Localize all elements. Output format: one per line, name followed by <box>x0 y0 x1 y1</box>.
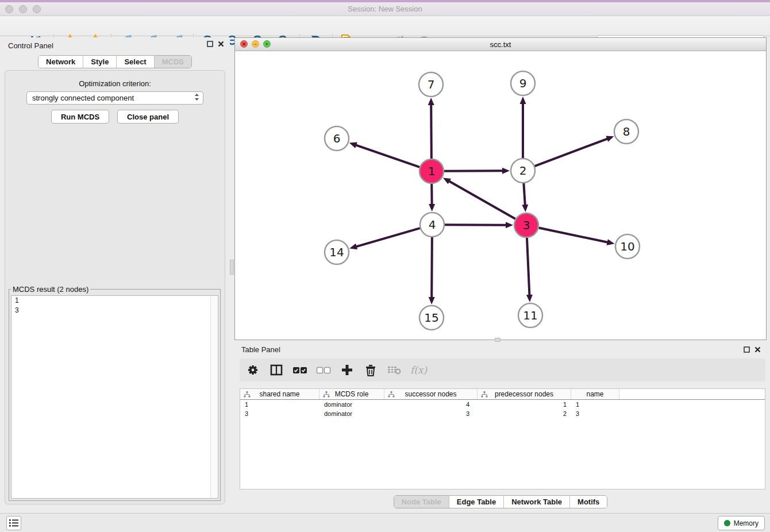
close-panel-icon[interactable] <box>754 346 761 353</box>
column-type-icon <box>244 391 251 398</box>
close-panel-button[interactable]: Close panel <box>117 110 179 124</box>
window-title: Session: New Session <box>0 5 770 13</box>
graph-edge-arrowhead <box>428 98 434 105</box>
horizontal-splitter-handle[interactable] <box>495 338 500 342</box>
result-item: 1 <box>11 296 218 306</box>
graph-edge-4-15[interactable] <box>432 237 432 298</box>
graph-node-label: 10 <box>620 240 634 253</box>
graph-edge-1-7[interactable] <box>431 104 432 159</box>
graph-edge-2-3[interactable] <box>523 183 525 206</box>
vertical-splitter-handle[interactable] <box>230 260 234 275</box>
criterion-value: strongly connected component <box>32 94 134 102</box>
close-panel-icon[interactable] <box>218 41 224 47</box>
graph-node-label: 14 <box>329 245 344 259</box>
task-history-button[interactable] <box>6 516 21 530</box>
table-settings-icon[interactable] <box>245 363 260 377</box>
tab-select[interactable]: Select <box>117 56 154 68</box>
tab-node-table[interactable]: Node Table <box>394 496 449 508</box>
tab-style[interactable]: Style <box>83 56 117 68</box>
node-table[interactable]: shared name MCDS role successor nodes pr… <box>240 388 765 489</box>
control-panel-title: Control Panel <box>8 41 53 50</box>
graph-edge-3-1[interactable] <box>449 181 515 219</box>
column-type-icon <box>323 391 330 398</box>
task-list-icon <box>9 519 18 527</box>
table-toolbar: f(x) <box>240 358 765 381</box>
graph-edge-arrowhead <box>349 142 357 148</box>
graph-edge-arrowhead <box>349 244 357 250</box>
control-panel: Control Panel Network Style Select MCDS … <box>0 37 230 511</box>
table-row[interactable]: 1 dominator 4 1 1 <box>240 400 765 409</box>
col-predecessor-nodes[interactable]: predecessor nodes <box>478 389 571 399</box>
show-columns-icon[interactable] <box>269 363 284 377</box>
network-view-title: scc.txt <box>235 40 766 49</box>
graph-node-label: 4 <box>429 218 436 232</box>
graph-edge-3-10[interactable] <box>539 228 609 242</box>
memory-button[interactable]: Memory <box>718 516 765 530</box>
table-panel-title: Table Panel <box>241 345 280 354</box>
graph-node-label: 3 <box>523 218 530 232</box>
delete-row-icon[interactable] <box>363 363 378 377</box>
mcds-result-list[interactable]: 1 3 <box>11 295 218 499</box>
graph-edge-3-11[interactable] <box>527 238 530 296</box>
col-successor-nodes[interactable]: successor nodes <box>384 389 478 399</box>
titlebar-accent <box>0 0 770 2</box>
col-mcds-role[interactable]: MCDS role <box>319 389 384 399</box>
network-canvas[interactable]: 7968124314101511 <box>235 51 766 340</box>
network-window-titlebar[interactable]: ✕ − + scc.txt <box>235 38 766 51</box>
graph-edge-1-2[interactable] <box>444 171 503 171</box>
tab-motifs[interactable]: Motifs <box>570 496 607 508</box>
graph-edge-arrowhead <box>502 168 510 174</box>
mcds-panel: Optimization criterion: strongly connect… <box>5 70 225 504</box>
graph-node-label: 8 <box>623 125 630 138</box>
tab-mcds[interactable]: MCDS <box>155 56 191 68</box>
tab-network[interactable]: Network <box>38 56 83 68</box>
column-type-icon <box>481 391 488 398</box>
table-tabgroup: Node Table Edge Table Network Table Moti… <box>394 495 608 508</box>
select-all-icon[interactable] <box>292 363 307 377</box>
graph-node-label: 11 <box>523 309 537 322</box>
graph-edge-1-6[interactable] <box>355 145 419 167</box>
column-type-icon <box>388 391 395 398</box>
graph-edge-arrowhead <box>607 239 615 245</box>
float-panel-icon[interactable] <box>207 41 213 47</box>
graph-edge-arrowhead <box>429 204 435 211</box>
graph-edge-4-14[interactable] <box>356 228 420 246</box>
table-panel: Table Panel f(x) shared <box>234 343 767 511</box>
memory-status-icon <box>724 520 730 526</box>
graph-edge-arrowhead <box>520 97 526 104</box>
graph-edge-arrowhead <box>526 295 533 302</box>
apply-function-icon[interactable]: f(x) <box>410 364 427 376</box>
result-scrollbar[interactable] <box>210 296 218 498</box>
add-row-icon[interactable] <box>340 363 355 377</box>
mcds-result-title: MCDS result (2 nodes) <box>11 285 90 294</box>
node-table-header: shared name MCDS role successor nodes pr… <box>240 389 765 400</box>
graph-node-label: 6 <box>333 132 341 145</box>
optimization-criterion-label: Optimization criterion: <box>5 79 225 88</box>
col-shared-name[interactable]: shared name <box>240 389 319 399</box>
graph-edge-arrowhead <box>429 297 435 304</box>
chevron-updown-icon <box>194 93 199 103</box>
float-panel-icon[interactable] <box>744 346 750 353</box>
graph-node-label: 1 <box>428 164 436 178</box>
graph-edge-4-3[interactable] <box>445 225 507 225</box>
delete-column-icon[interactable] <box>387 363 402 377</box>
graph-edge-arrowhead <box>506 222 513 228</box>
criterion-dropdown[interactable]: strongly connected component <box>26 91 203 105</box>
result-item: 3 <box>11 306 218 315</box>
run-mcds-button[interactable]: Run MCDS <box>51 110 109 124</box>
memory-label: Memory <box>734 519 759 527</box>
graph-edge-arrowhead <box>522 205 528 212</box>
tab-edge-table[interactable]: Edge Table <box>449 496 504 508</box>
graph-node-label: 9 <box>519 76 527 90</box>
graph-edge-arrowhead <box>606 136 614 142</box>
table-row[interactable]: 3 dominator 3 2 3 <box>240 409 765 418</box>
graph-node-label: 2 <box>519 164 527 178</box>
window-titlebar: Session: New Session <box>0 0 770 16</box>
tab-network-table[interactable]: Network Table <box>504 496 570 508</box>
mcds-result-group: MCDS result (2 nodes) 1 3 <box>9 285 221 501</box>
network-graph[interactable]: 7968124314101511 <box>235 51 766 340</box>
deselect-all-icon[interactable] <box>316 363 331 377</box>
control-panel-tabgroup: Network Style Select MCDS <box>38 55 192 68</box>
col-name[interactable]: name <box>571 389 619 399</box>
graph-edge-2-8[interactable] <box>535 138 609 166</box>
